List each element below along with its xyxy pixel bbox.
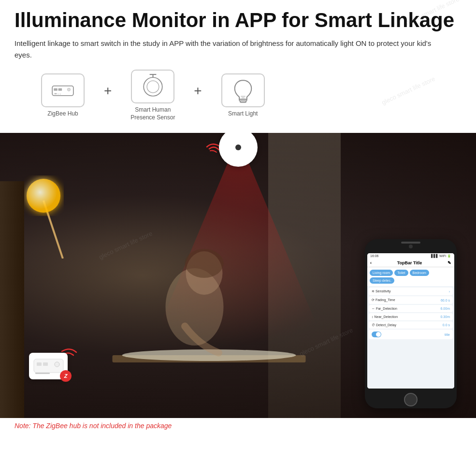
top-section: Illuminance Monitor in APP for Smart Lin…: [0, 0, 476, 133]
phone-edit-icon[interactable]: ✎: [447, 260, 451, 265]
sensor-device: [219, 133, 258, 167]
phone-back-arrow[interactable]: ‹: [370, 260, 372, 265]
phone-speaker: [401, 242, 420, 244]
sensor-dot: [235, 144, 241, 150]
lamp-area: [24, 162, 82, 260]
svg-rect-28: [35, 373, 50, 374]
delay-label: ⏱ Detect_Delay: [372, 323, 396, 327]
svg-point-3: [67, 88, 70, 91]
note-text: Note: The ZigBee hub is not included in …: [14, 422, 172, 430]
svg-point-27: [55, 362, 59, 367]
bulb-svg-icon: [231, 77, 255, 104]
setting-detect-delay: ⏱ Detect_Delay 0.0 s: [369, 321, 453, 329]
svg-rect-1: [54, 88, 58, 90]
sensor-icon-box: [131, 70, 174, 103]
settings-list: ≋ Sensitivity › ⟳ Fading_Time 60.0 s ↔ F…: [367, 286, 454, 389]
delay-value: 0.0 s: [443, 323, 450, 327]
light-icon-box: [221, 73, 265, 107]
near-label: ↕ Near_Detection: [372, 315, 398, 318]
far-label: ↔ Far_Detection: [372, 307, 397, 310]
svg-point-8: [147, 81, 159, 93]
icon-item-sensor: Smart HumanPresence Sensor: [114, 70, 191, 121]
svg-point-7: [144, 77, 162, 96]
room-buttons-container: Living room Toilet Bedroom Sleep detec.: [367, 267, 454, 286]
sensitivity-value: ›: [449, 290, 450, 293]
room-btn-sleep[interactable]: Sleep detec.: [370, 277, 394, 284]
light-label: Smart Light: [228, 110, 258, 118]
phone-signal: ▋▋▋ WiFi 🔋: [431, 254, 451, 258]
subtitle-text: Intelligent linkage to smart switch in t…: [14, 38, 449, 61]
hub-label: ZigBee Hub: [47, 110, 78, 118]
icon-item-light: Smart Light: [204, 73, 282, 118]
svg-point-17: [27, 179, 60, 213]
setting-fading-time: ⟳ Fading_Time 60.0 s: [369, 296, 453, 304]
toggle-control[interactable]: [372, 332, 381, 337]
phone-home-button[interactable]: [404, 393, 418, 406]
person-svg: [68, 220, 350, 394]
hub-device: Z: [29, 353, 68, 379]
icon-item-hub: ZigBee Hub: [24, 73, 101, 118]
note-bar: Note: The ZigBee hub is not included in …: [0, 418, 476, 433]
sensor-svg-icon: [140, 73, 166, 100]
setting-sensitivity: ≋ Sensitivity ›: [369, 288, 453, 295]
phone-camera: [409, 245, 413, 248]
room-btn-toilet[interactable]: Toilet: [394, 270, 408, 276]
sensitivity-label: ≋ Sensitivity: [372, 289, 390, 293]
sensor-label: Smart HumanPresence Sensor: [130, 106, 175, 121]
setting-near-detection: ↕ Near_Detection 0.30m: [369, 313, 453, 320]
setting-far-detection: ↔ Far_Detection 6.00m: [369, 305, 453, 312]
main-image-area: Z 16:06 ▋▋▋ WiFi 🔋 ‹ TopBar Title ✎ Livi…: [0, 133, 476, 418]
hub-box-svg: [33, 357, 64, 376]
far-value: 6.00m: [441, 307, 450, 310]
svg-rect-6: [59, 94, 61, 94]
svg-rect-12: [240, 101, 246, 102]
svg-point-22: [185, 249, 224, 278]
page-title: Illuminance Monitor in APP for Smart Lin…: [14, 9, 462, 32]
svg-rect-5: [58, 94, 59, 94]
fading-value: 60.0 s: [441, 299, 450, 302]
phone-status-bar: 16:06 ▋▋▋ WiFi 🔋: [367, 253, 454, 259]
svg-rect-4: [55, 93, 57, 94]
bookshelf-decor: [0, 181, 24, 418]
fading-label: ⟳ Fading_Time: [372, 298, 395, 302]
study-scene: [68, 220, 350, 394]
hub-svg-icon: [51, 82, 75, 99]
hub-box: Z: [29, 353, 68, 379]
plus-sign-1: +: [104, 83, 112, 108]
phone-title-bar: ‹ TopBar Title ✎: [367, 259, 454, 267]
near-value: 0.30m: [441, 315, 450, 318]
setting-toggle: title: [369, 330, 453, 339]
room-btn-living[interactable]: Living room: [370, 270, 393, 276]
phone-screen: 16:06 ▋▋▋ WiFi 🔋 ‹ TopBar Title ✎ Living…: [367, 253, 454, 389]
svg-rect-26: [43, 362, 48, 366]
room-btn-bedroom[interactable]: Bedroom: [410, 270, 429, 276]
icons-row: ZigBee Hub + Smart HumanPresence Sensor …: [14, 70, 462, 121]
phone-screen-title: TopBar Title: [397, 260, 422, 265]
phone-mockup: 16:06 ▋▋▋ WiFi 🔋 ‹ TopBar Title ✎ Living…: [365, 239, 457, 408]
svg-rect-2: [58, 88, 62, 90]
phone-time: 16:06: [370, 254, 379, 258]
toggle-label: title: [445, 333, 450, 336]
sensor-circle: [219, 133, 258, 167]
lamp-svg: [24, 162, 82, 259]
svg-rect-25: [37, 362, 42, 366]
hub-icon-box: [41, 73, 85, 107]
plus-sign-2: +: [194, 83, 202, 108]
